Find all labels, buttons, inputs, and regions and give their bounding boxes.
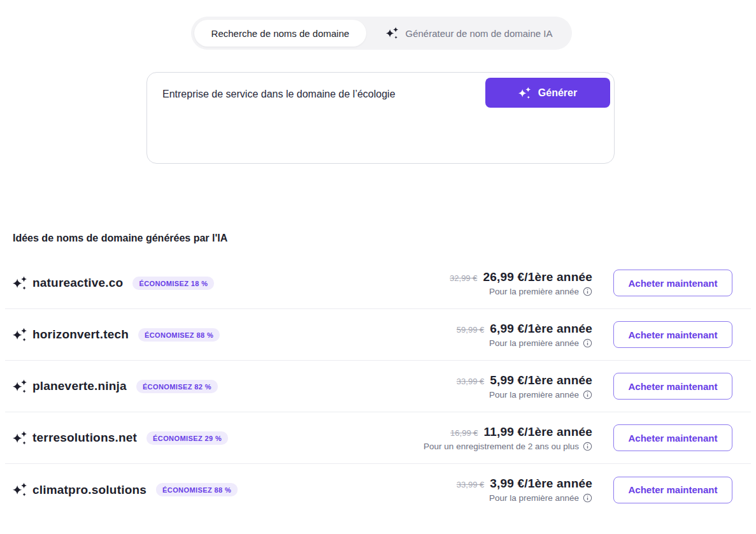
current-price: 6,99 €/1ère année bbox=[490, 322, 592, 336]
domain-name: natureactive.co bbox=[32, 276, 123, 290]
info-icon[interactable] bbox=[583, 338, 592, 348]
domain-row: natureactive.co ÉCONOMISEZ 18 % 32,99 € … bbox=[5, 257, 751, 309]
current-price: 26,99 €/1ère année bbox=[483, 270, 592, 284]
domain-name: terresolutions.net bbox=[32, 431, 137, 445]
price-note: Pour la première année bbox=[489, 493, 579, 503]
buy-now-button[interactable]: Acheter maintenant bbox=[613, 373, 732, 400]
sparkle-icon bbox=[13, 431, 27, 445]
domain-row: horizonvert.tech ÉCONOMISEZ 88 % 59,99 €… bbox=[5, 309, 751, 361]
current-price: 5,99 €/1ère année bbox=[490, 373, 592, 387]
discount-badge: ÉCONOMISEZ 88 % bbox=[156, 483, 238, 496]
price-block: 16,99 € 11,99 €/1ère année Pour un enreg… bbox=[424, 425, 592, 451]
price-block: 59,99 € 6,99 €/1ère année Pour la premiè… bbox=[457, 322, 592, 348]
buy-now-button[interactable]: Acheter maintenant bbox=[613, 424, 732, 451]
results-heading: Idées de noms de domaine générées par l'… bbox=[13, 233, 227, 244]
price-note: Pour la première année bbox=[489, 338, 579, 348]
domain-row: terresolutions.net ÉCONOMISEZ 29 % 16,99… bbox=[5, 412, 751, 464]
domain-name: planeverte.ninja bbox=[32, 379, 127, 393]
info-icon[interactable] bbox=[583, 390, 592, 400]
price-note: Pour un enregistrement de 2 ans ou plus bbox=[424, 442, 579, 451]
old-price: 32,99 € bbox=[450, 273, 477, 283]
discount-badge: ÉCONOMISEZ 88 % bbox=[138, 328, 220, 342]
discount-badge: ÉCONOMISEZ 29 % bbox=[146, 431, 228, 445]
prompt-card: Entreprise de service dans le domaine de… bbox=[146, 72, 615, 164]
results-list: natureactive.co ÉCONOMISEZ 18 % 32,99 € … bbox=[5, 257, 751, 516]
prompt-input[interactable]: Entreprise de service dans le domaine de… bbox=[162, 87, 476, 101]
sparkle-icon bbox=[13, 328, 27, 342]
sparkle-icon bbox=[518, 87, 531, 99]
current-price: 11,99 €/1ère année bbox=[483, 425, 592, 439]
domain-row: climatpro.solutions ÉCONOMISEZ 88 % 33,9… bbox=[5, 464, 751, 516]
discount-badge: ÉCONOMISEZ 82 % bbox=[136, 380, 218, 393]
old-price: 33,99 € bbox=[457, 377, 484, 386]
tab-ai-generator-label: Générateur de nom de domaine IA bbox=[406, 28, 553, 39]
domain-mode-tabbar: Recherche de noms de domaine Générateur … bbox=[191, 17, 572, 50]
domain-name: horizonvert.tech bbox=[32, 328, 129, 342]
tab-domain-search[interactable]: Recherche de noms de domaine bbox=[194, 20, 366, 47]
tab-ai-generator[interactable]: Générateur de nom de domaine IA bbox=[366, 17, 572, 50]
old-price: 16,99 € bbox=[450, 428, 478, 438]
price-block: 32,99 € 26,99 €/1ère année Pour la premi… bbox=[450, 270, 592, 296]
price-block: 33,99 € 3,99 €/1ère année Pour la premiè… bbox=[457, 477, 592, 503]
buy-now-button[interactable]: Acheter maintenant bbox=[613, 321, 732, 348]
sparkle-icon bbox=[386, 27, 399, 40]
current-price: 3,99 €/1ère année bbox=[490, 477, 592, 491]
generate-button[interactable]: Générer bbox=[485, 78, 610, 108]
old-price: 59,99 € bbox=[457, 325, 484, 335]
sparkle-icon bbox=[13, 379, 27, 394]
info-icon[interactable] bbox=[583, 442, 592, 451]
info-icon[interactable] bbox=[583, 493, 592, 503]
price-note: Pour la première année bbox=[489, 390, 579, 400]
domain-name: climatpro.solutions bbox=[32, 483, 146, 497]
info-icon[interactable] bbox=[583, 287, 592, 296]
sparkle-icon bbox=[13, 482, 27, 497]
old-price: 33,99 € bbox=[457, 480, 484, 489]
buy-now-button[interactable]: Acheter maintenant bbox=[613, 477, 732, 503]
generate-button-label: Générer bbox=[538, 87, 577, 99]
domain-row: planeverte.ninja ÉCONOMISEZ 82 % 33,99 €… bbox=[5, 361, 751, 412]
sparkle-icon bbox=[13, 276, 27, 291]
buy-now-button[interactable]: Acheter maintenant bbox=[613, 270, 732, 296]
price-note: Pour la première année bbox=[489, 287, 579, 296]
price-block: 33,99 € 5,99 €/1ère année Pour la premiè… bbox=[457, 373, 592, 400]
tab-domain-search-label: Recherche de noms de domaine bbox=[211, 28, 350, 39]
discount-badge: ÉCONOMISEZ 18 % bbox=[132, 277, 214, 290]
